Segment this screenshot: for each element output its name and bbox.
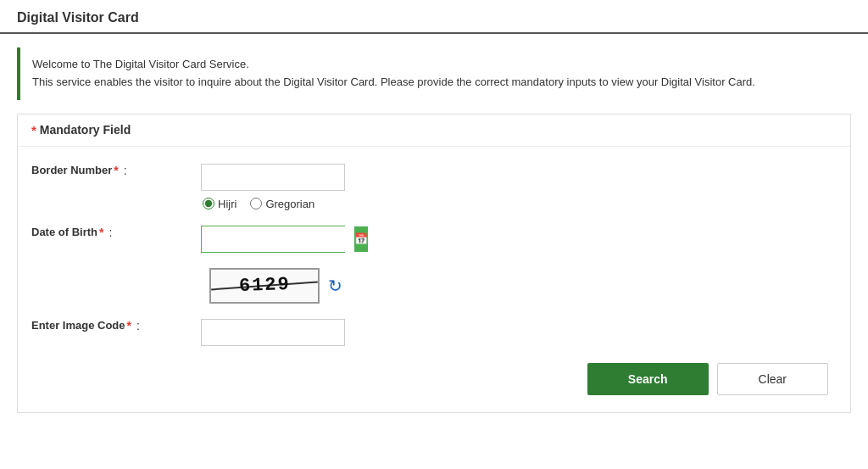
image-code-input[interactable] [201,319,345,346]
form-card: * Mandatory Field Border Number * : [17,114,851,413]
refresh-captcha-button[interactable]: ↻ [328,276,342,296]
page-title: Digital Visitor Card [17,10,139,25]
captcha-box: 6129 [209,268,320,304]
date-of-birth-label-group: Date of Birth * : [31,226,201,239]
border-number-required: * [114,164,118,177]
image-code-label-group: Enter Image Code * : [31,319,201,332]
border-number-input-group: Hijri Gregorian [201,164,345,210]
date-of-birth-label: Date of Birth [31,226,97,238]
gregorian-option[interactable]: Gregorian [250,198,314,210]
gregorian-radio[interactable] [250,198,262,209]
date-input-wrapper: 📅 [201,226,345,253]
border-number-label-group: Border Number * : [31,164,201,177]
date-of-birth-row: Date of Birth * : 📅 [31,226,837,253]
calendar-button[interactable]: 📅 [354,226,368,252]
clear-button[interactable]: Clear [717,363,828,395]
mandatory-label: Mandatory Field [40,123,131,137]
refresh-icon: ↻ [328,276,342,296]
captcha-text: 6129 [238,274,291,297]
captcha-row: 6129 ↻ [209,268,837,304]
calendar-icon: 📅 [354,232,368,245]
border-number-row: Border Number * : Hijri Gregoria [31,164,837,210]
date-of-birth-input[interactable] [202,226,354,252]
info-line2: This service enables the visitor to inqu… [32,74,839,92]
hijri-option[interactable]: Hijri [203,198,236,210]
border-number-label: Border Number [31,164,112,176]
date-of-birth-required: * [99,226,103,239]
calendar-type-group: Hijri Gregorian [203,198,345,210]
buttons-row: Search Clear [31,363,837,395]
search-button[interactable]: Search [587,363,709,395]
hijri-radio[interactable] [203,198,214,209]
gregorian-label: Gregorian [265,198,314,210]
date-of-birth-colon: : [108,226,112,239]
image-code-label: Enter Image Code [31,319,125,332]
form-body: Border Number * : Hijri Gregoria [18,147,850,412]
image-code-required: * [127,319,131,332]
image-code-colon: : [136,319,140,332]
info-line1: Welcome to The Digital Visitor Card Serv… [32,56,839,74]
page-header: Digital Visitor Card [0,0,868,34]
mandatory-star: * [31,123,36,137]
hijri-label: Hijri [218,198,236,210]
border-number-input[interactable] [201,164,345,191]
info-section: Welcome to The Digital Visitor Card Serv… [17,47,851,100]
image-code-row: Enter Image Code * : [31,319,837,346]
mandatory-header: * Mandatory Field [18,114,850,147]
border-number-colon: : [124,164,127,177]
page-container: Digital Visitor Card Welcome to The Digi… [0,0,868,469]
